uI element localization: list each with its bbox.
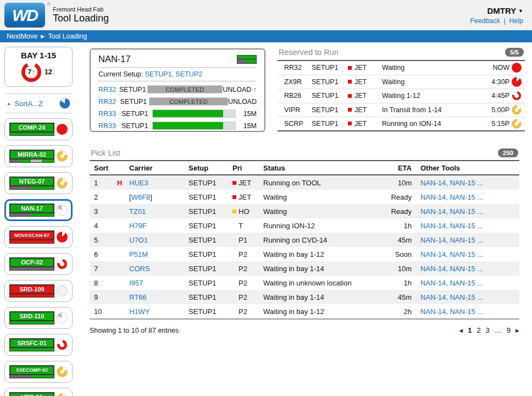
other-tools-link[interactable]: NAN-14, NAN-15 ...: [420, 179, 519, 187]
column-header-eta[interactable]: ETA: [368, 164, 412, 172]
other-tools-link[interactable]: NAN-14, NAN-15 ...: [420, 279, 519, 287]
setup-name: SETUP1: [189, 222, 232, 230]
sidebar-item-srd-109[interactable]: SRD-109: [4, 280, 73, 302]
sidebar-item-vbd-01[interactable]: VBD-01: [4, 388, 73, 396]
tool-status-icon: [57, 285, 68, 296]
carrier-status: Waiting in unknown location: [263, 279, 368, 287]
column-header-other-tools[interactable]: Other Tools: [420, 164, 519, 172]
carrier-status: Waiting: [382, 64, 483, 72]
reserved-row: VIPR SETUP1 JET In Transit from 1-14 5:0…: [278, 103, 525, 118]
carrier-link[interactable]: H79F: [129, 222, 147, 230]
carrier-link[interactable]: U7O1: [129, 236, 148, 244]
sidebar-item-comp-24[interactable]: COMP-24: [4, 118, 73, 140]
row-sort: 3: [90, 207, 117, 216]
sidebar-item-mirra-02[interactable]: MIRRA-02: [4, 145, 73, 167]
other-tools-link[interactable]: NAN-14, NAN-15 ...: [420, 207, 519, 216]
sidebar-item-srsfc-01[interactable]: SRSFC-01: [4, 334, 73, 356]
table-row: 8 I957 SETUP1 P2 Waiting in unknown loca…: [90, 276, 519, 290]
wd-logo: WD ®: [4, 3, 45, 28]
carrier-link[interactable]: RR33: [98, 110, 121, 118]
feedback-link[interactable]: Feedback: [470, 17, 500, 25]
tool-sidebar: BAY 1-15 7↑ 12↓ ▲ SortA...Z COMP-24 MIR: [4, 47, 73, 396]
column-header-sort[interactable]: Sort: [90, 164, 129, 172]
carrier-status: Waiting: [263, 193, 368, 201]
page-number-3[interactable]: 3: [486, 326, 490, 334]
tool-status-icon: [57, 366, 68, 377]
tool-label: NOVASCAN-07: [9, 230, 54, 240]
progress-bar: COMPLETED: [147, 85, 223, 94]
reserved-eta: NOW: [483, 64, 512, 72]
other-tools-link[interactable]: NAN-14, NAN-15 ...: [420, 236, 519, 244]
tool-capacity-bar: [9, 160, 54, 163]
setup-name: SETUP1: [312, 64, 348, 72]
column-header-pri[interactable]: Pri: [232, 164, 263, 172]
carrier-link[interactable]: RR33: [98, 122, 121, 130]
page-ellipsis: …: [495, 326, 502, 334]
pick-list-title: Pick List: [91, 148, 120, 157]
other-tools-link[interactable]: NAN-14, NAN-15 ...: [420, 193, 519, 201]
setup-name: SETUP1: [189, 236, 232, 244]
carrier-link[interactable]: H1WY: [129, 307, 150, 316]
progress-bar: [152, 109, 236, 118]
other-tools-link[interactable]: NAN-14, NAN-15 ...: [420, 222, 519, 230]
row-sort: 8: [90, 279, 117, 287]
carrier-link[interactable]: W6F8: [131, 193, 151, 201]
column-header-carrier[interactable]: Carrier: [129, 164, 189, 172]
time-status-icon: [512, 77, 522, 87]
setup-name: SETUP1: [189, 293, 232, 301]
priority-square-icon: [348, 108, 352, 112]
page-number-1[interactable]: 1: [468, 326, 472, 334]
load-port-row: RR33 SETUP1 15M: [98, 109, 257, 118]
carrier-link[interactable]: RT66: [129, 293, 147, 301]
help-link[interactable]: Help: [509, 17, 523, 25]
priority-square-icon: [348, 66, 352, 70]
prev-page-button[interactable]: ◀: [459, 328, 463, 333]
setup-name: SETUP1: [121, 122, 152, 130]
load-port-row: RR33 SETUP1 15M: [98, 122, 257, 130]
other-tools-link[interactable]: NAN-14, NAN-15 ...: [420, 250, 519, 258]
other-tools-link[interactable]: NAN-14, NAN-15 ...: [420, 293, 519, 301]
sidebar-item-nan-17[interactable]: NAN-17: [4, 199, 73, 221]
user-name: DMTRY: [487, 6, 516, 15]
page-title: Tool Loading: [53, 13, 109, 24]
breadcrumb-nextmove[interactable]: NextMove: [7, 32, 37, 40]
reserved-eta: 4:45P: [483, 92, 512, 100]
carrier-status: Waiting 1-12: [382, 92, 483, 100]
column-header-setup[interactable]: Setup: [189, 164, 232, 172]
priority-square-icon: [348, 122, 352, 125]
page-number-2[interactable]: 2: [476, 326, 480, 334]
other-tools-link[interactable]: NAN-14, NAN-15 ...: [420, 265, 519, 273]
row-sort: 2: [90, 193, 117, 201]
row-sort: 4: [90, 222, 117, 230]
sort-label: SortA...Z: [15, 100, 43, 108]
priority-label: JET: [239, 179, 251, 187]
other-tools-link[interactable]: NAN-14, NAN-15 ...: [420, 307, 519, 316]
sidebar-item-ocp-02[interactable]: OCP-02: [4, 253, 73, 275]
row-eta: Ready: [368, 207, 412, 216]
priority-label: P2: [239, 250, 247, 258]
sort-control[interactable]: ▲ SortA...Z: [4, 94, 73, 113]
carrier-link[interactable]: I957: [129, 279, 143, 287]
carrier-link[interactable]: RR32: [98, 86, 119, 94]
reserved-to-run-panel: Reserved to Run 5/5 RR32 SETUP1 JET Wait…: [278, 47, 525, 131]
next-page-button[interactable]: ▶: [516, 328, 519, 333]
column-header-status[interactable]: Status: [263, 164, 368, 172]
priority-square-icon: [232, 195, 236, 199]
sidebar-item-nteg-07[interactable]: NTEG-07: [4, 172, 73, 194]
carrier-link[interactable]: TZ01: [129, 207, 146, 216]
page-number-9[interactable]: 9: [507, 326, 511, 334]
load-port-row: RR32 SETUP1 COMPLETED UNLOAD: [98, 97, 257, 106]
sidebar-item-novascan-07[interactable]: NOVASCAN-07: [4, 226, 73, 248]
row-eta: Soon: [368, 250, 412, 258]
sidebar-item-ssecomp-02[interactable]: SSECOMP-02: [4, 361, 73, 383]
current-setup-links[interactable]: SETUP1, SETUP2: [145, 70, 202, 78]
tool-status-icon: [57, 232, 68, 243]
carrier-link[interactable]: HUE3: [129, 179, 148, 187]
user-menu[interactable]: DMTRY ▼: [470, 6, 523, 15]
carrier-link[interactable]: RR32: [98, 98, 120, 106]
row-eta: Ready: [368, 193, 412, 201]
sidebar-item-srd-110[interactable]: SRD-110: [4, 307, 73, 329]
carrier-link[interactable]: CORS: [129, 265, 150, 273]
carrier-link[interactable]: P51M: [129, 250, 148, 258]
pie-chart-icon[interactable]: [59, 98, 70, 109]
